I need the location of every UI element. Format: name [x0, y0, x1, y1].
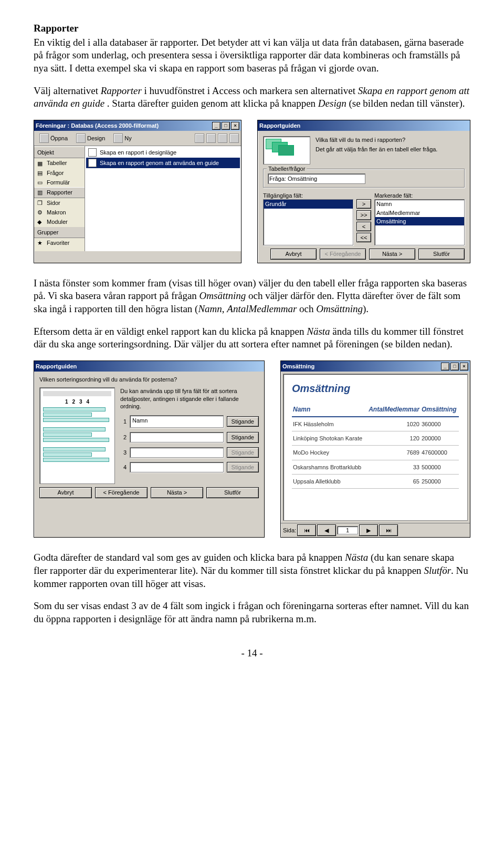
sidebar-item-formular[interactable]: ▭Formulär [34, 178, 85, 187]
sort-field-combo[interactable]: Namn [130, 415, 224, 428]
text-italic: Slutför [424, 565, 451, 576]
last-page-button[interactable]: ⏭ [379, 524, 398, 536]
page-icon: ❐ [37, 199, 45, 207]
paragraph-5: Godta därefter de standard val som ges a… [34, 551, 470, 590]
design-icon [76, 133, 86, 143]
sidebar-item-sidor[interactable]: ❐Sidor [34, 198, 85, 208]
wizard-icon [88, 159, 97, 167]
text: Eftersom detta är en väldigt enkel rappo… [34, 326, 307, 337]
source-combo[interactable]: Fråga: Omsättning [268, 173, 365, 184]
cell: IFK Hässleholm [292, 417, 366, 431]
sidebar-item-fragor[interactable]: ▤Frågor [34, 168, 85, 178]
view-small-icon[interactable] [206, 133, 216, 143]
db-window: Föreningar : Databas (Access 2000-filfor… [34, 120, 242, 263]
prev-page-button[interactable]: ◀ [317, 524, 336, 536]
paragraph-2: Välj alternativet Rapporter i huvudfönst… [34, 85, 470, 110]
move-left-button[interactable]: < [356, 222, 371, 231]
text: , [222, 303, 227, 314]
sort-preview: 1234 [39, 387, 115, 484]
selected-list[interactable]: Namn AntalMedlemmar Omsättning [374, 199, 465, 245]
table-row: Linköping Shotokan Karate120200000 [292, 431, 459, 446]
wizard-icon [88, 148, 97, 157]
wizard-illustration [263, 136, 310, 164]
minimize-icon[interactable]: _ [441, 363, 449, 370]
label: Tabeller [47, 159, 67, 167]
table-icon: ▦ [37, 160, 45, 167]
cell: 1020 [366, 417, 421, 431]
row-number: 4 [120, 464, 127, 471]
text: ). [363, 303, 369, 314]
close-icon[interactable]: × [460, 363, 468, 370]
design-button[interactable]: Design [73, 132, 108, 144]
next-button[interactable]: Nästa > [151, 487, 203, 498]
sidebar-item-rapporter[interactable]: ▥Rapporter [34, 187, 85, 198]
label: Ny [124, 135, 131, 142]
text-italic: Nästa [345, 552, 368, 563]
wizard-question: Vilken sorteringsordning vill du använda… [39, 376, 259, 383]
cell: 7689 [366, 446, 421, 460]
list-item[interactable]: Skapa en rapport i designläge [86, 147, 240, 158]
maximize-icon[interactable]: □ [222, 122, 230, 130]
new-button[interactable]: Ny [110, 132, 134, 144]
sort-row-3: 3 Stigande [120, 447, 259, 458]
sort-direction-button[interactable]: Stigande [227, 416, 259, 427]
sort-field-combo[interactable] [130, 432, 224, 442]
finish-button[interactable]: Slutför [418, 249, 465, 259]
report-wizard-fields: Rapportguiden Vilka fält vill du ta med … [257, 120, 470, 263]
text-italic: Omsättning [316, 303, 363, 314]
move-all-left-button[interactable]: << [356, 233, 371, 242]
col-header: Namn [292, 404, 366, 417]
text-italic: AntalMedlemmar [227, 303, 297, 314]
close-icon[interactable]: × [231, 122, 239, 130]
next-page-button[interactable]: ▶ [359, 524, 378, 536]
move-all-right-button[interactable]: >> [356, 210, 371, 220]
sidebar-item-moduler[interactable]: ◆Moduler [34, 217, 85, 226]
cell: 47600000 [421, 446, 459, 460]
paragraph-3: I nästa fönster som kommer fram (visas t… [34, 277, 470, 316]
cell: 250000 [421, 474, 459, 488]
view-list-icon[interactable] [218, 133, 227, 143]
figure-row-1: Föreningar : Databas (Access 2000-filfor… [34, 120, 470, 263]
wizard-titlebar: Rapportguiden [258, 120, 470, 131]
sidebar-item-favoriter[interactable]: ★Favoriter [34, 238, 85, 248]
finish-button[interactable]: Slutför [206, 487, 259, 498]
sidebar-item-tabeller[interactable]: ▦Tabeller [34, 158, 85, 168]
table-row: Oskarshamns Brottarklubb33500000 [292, 460, 459, 474]
list-item[interactable]: Grundår [264, 200, 353, 208]
list-item[interactable]: Skapa en rapport genom att använda en gu… [86, 158, 240, 168]
label: Formulär [47, 179, 70, 186]
list-item[interactable]: Omsättning [375, 217, 464, 225]
cell: Linköping Shotokan Karate [292, 431, 366, 446]
list-item[interactable]: AntalMedlemmar [375, 209, 464, 217]
minimize-icon[interactable]: _ [212, 122, 220, 130]
page-number-input[interactable]: 1 [337, 526, 358, 534]
first-page-button[interactable]: ⏮ [297, 524, 316, 536]
cancel-button[interactable]: Avbryt [39, 487, 92, 498]
sort-direction-button[interactable]: Stigande [227, 432, 259, 442]
sidebar-item-makron[interactable]: ⚙Makron [34, 208, 85, 217]
list-item[interactable]: Namn [375, 200, 464, 208]
page-number: - 14 - [34, 647, 470, 660]
view-details-icon[interactable] [229, 133, 239, 143]
prev-button[interactable]: < Föregående [95, 487, 148, 498]
text: . Starta därefter guiden genom att klick… [107, 98, 318, 109]
open-button[interactable]: Öppna [36, 132, 71, 144]
db-titlebar: Föreningar : Databas (Access 2000-filfor… [34, 120, 241, 131]
next-button[interactable]: Nästa > [369, 249, 415, 259]
label: Sidor [47, 199, 60, 207]
figure-row-2: Rapportguiden Vilken sorteringsordning v… [34, 361, 470, 538]
row-number: 3 [120, 449, 127, 456]
report-title: Omsättning [292, 382, 459, 395]
page-heading: Rapporter [34, 22, 470, 35]
label: Skapa en rapport i designläge [100, 149, 176, 156]
move-right-button[interactable]: > [356, 199, 371, 209]
sort-row-2: 2 Stigande [120, 432, 259, 442]
available-list[interactable]: Grundår [263, 199, 353, 245]
group-label: Tabeller/frågor [267, 165, 307, 172]
view-large-icon[interactable] [195, 133, 204, 143]
sort-field-combo [130, 447, 224, 458]
row-number: 1 [120, 418, 127, 425]
object-list: Skapa en rapport i designläge Skapa en r… [85, 146, 241, 251]
maximize-icon[interactable]: □ [450, 363, 459, 370]
cancel-button[interactable]: Avbryt [270, 249, 317, 259]
